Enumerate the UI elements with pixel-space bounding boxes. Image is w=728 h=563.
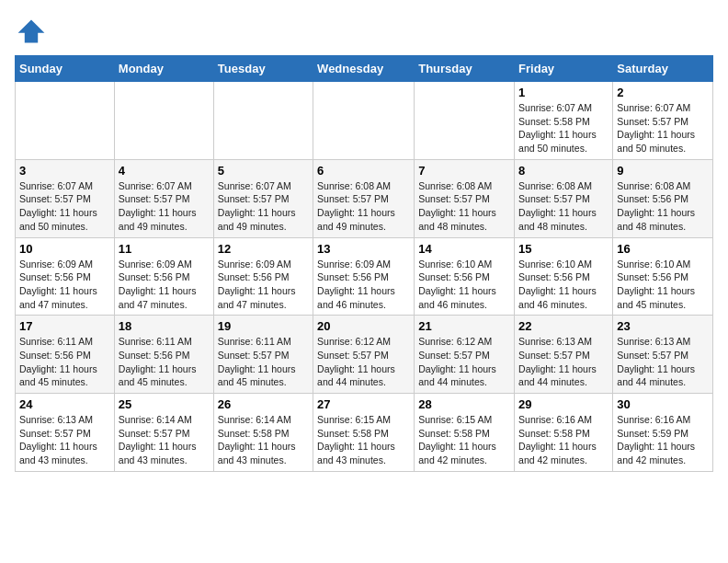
day-info: Sunrise: 6:15 AM Sunset: 5:58 PM Dayligh… — [317, 413, 410, 467]
day-info: Sunrise: 6:09 AM Sunset: 5:56 PM Dayligh… — [119, 258, 210, 312]
calendar-cell: 25Sunrise: 6:14 AM Sunset: 5:57 PM Dayli… — [114, 394, 213, 472]
day-info: Sunrise: 6:12 AM Sunset: 5:57 PM Dayligh… — [418, 335, 510, 389]
day-info: Sunrise: 6:11 AM Sunset: 5:56 PM Dayligh… — [119, 335, 210, 389]
day-number: 21 — [418, 319, 510, 333]
day-number: 8 — [518, 164, 609, 178]
calendar-cell: 16Sunrise: 6:10 AM Sunset: 5:56 PM Dayli… — [613, 237, 713, 316]
day-number: 6 — [317, 164, 410, 178]
day-number: 13 — [317, 242, 410, 256]
calendar-cell: 15Sunrise: 6:10 AM Sunset: 5:56 PM Dayli… — [515, 237, 613, 316]
weekday-header: Saturday — [613, 56, 713, 82]
calendar-table: SundayMondayTuesdayWednesdayThursdayFrid… — [15, 55, 713, 472]
day-info: Sunrise: 6:07 AM Sunset: 5:57 PM Dayligh… — [19, 179, 110, 234]
day-number: 16 — [617, 242, 709, 256]
calendar-cell: 11Sunrise: 6:09 AM Sunset: 5:56 PM Dayli… — [114, 237, 213, 316]
calendar-week-row: 1Sunrise: 6:07 AM Sunset: 5:58 PM Daylig… — [16, 82, 713, 160]
day-number: 29 — [518, 397, 609, 411]
calendar-cell — [114, 82, 213, 160]
day-info: Sunrise: 6:15 AM Sunset: 5:58 PM Dayligh… — [418, 413, 510, 467]
calendar-cell: 18Sunrise: 6:11 AM Sunset: 5:56 PM Dayli… — [114, 316, 213, 394]
weekday-header: Sunday — [16, 56, 115, 82]
day-info: Sunrise: 6:11 AM Sunset: 5:56 PM Dayligh… — [19, 335, 110, 389]
calendar-cell: 4Sunrise: 6:07 AM Sunset: 5:57 PM Daylig… — [114, 159, 213, 237]
calendar-cell: 5Sunrise: 6:07 AM Sunset: 5:57 PM Daylig… — [213, 159, 313, 237]
day-number: 17 — [19, 319, 110, 333]
logo — [15, 15, 51, 48]
day-info: Sunrise: 6:07 AM Sunset: 5:57 PM Dayligh… — [617, 101, 709, 155]
calendar-cell — [415, 82, 515, 160]
calendar-cell: 26Sunrise: 6:14 AM Sunset: 5:58 PM Dayli… — [213, 394, 313, 472]
day-info: Sunrise: 6:08 AM Sunset: 5:56 PM Dayligh… — [617, 179, 709, 234]
calendar-cell: 1Sunrise: 6:07 AM Sunset: 5:58 PM Daylig… — [515, 82, 613, 160]
calendar-cell: 22Sunrise: 6:13 AM Sunset: 5:57 PM Dayli… — [515, 316, 613, 394]
day-number: 12 — [218, 242, 309, 256]
day-info: Sunrise: 6:13 AM Sunset: 5:57 PM Dayligh… — [19, 413, 110, 467]
day-number: 11 — [119, 242, 210, 256]
calendar-cell — [213, 82, 313, 160]
day-info: Sunrise: 6:13 AM Sunset: 5:57 PM Dayligh… — [518, 335, 609, 389]
day-number: 22 — [518, 319, 609, 333]
day-info: Sunrise: 6:12 AM Sunset: 5:57 PM Dayligh… — [317, 335, 410, 389]
page-header — [15, 15, 713, 48]
day-number: 24 — [19, 397, 110, 411]
calendar-cell — [16, 82, 115, 160]
calendar-week-row: 17Sunrise: 6:11 AM Sunset: 5:56 PM Dayli… — [16, 316, 713, 394]
day-info: Sunrise: 6:08 AM Sunset: 5:57 PM Dayligh… — [518, 179, 609, 234]
day-number: 15 — [518, 242, 609, 256]
day-info: Sunrise: 6:14 AM Sunset: 5:57 PM Dayligh… — [119, 413, 210, 467]
weekday-header: Friday — [515, 56, 613, 82]
day-info: Sunrise: 6:10 AM Sunset: 5:56 PM Dayligh… — [518, 258, 609, 312]
day-info: Sunrise: 6:11 AM Sunset: 5:57 PM Dayligh… — [218, 335, 309, 389]
day-number: 25 — [119, 397, 210, 411]
calendar-cell: 24Sunrise: 6:13 AM Sunset: 5:57 PM Dayli… — [16, 394, 115, 472]
calendar-week-row: 3Sunrise: 6:07 AM Sunset: 5:57 PM Daylig… — [16, 159, 713, 237]
day-number: 28 — [418, 397, 510, 411]
calendar-header-row: SundayMondayTuesdayWednesdayThursdayFrid… — [16, 56, 713, 82]
day-number: 9 — [617, 164, 709, 178]
day-number: 26 — [218, 397, 309, 411]
calendar-cell: 17Sunrise: 6:11 AM Sunset: 5:56 PM Dayli… — [16, 316, 115, 394]
day-number: 4 — [119, 164, 210, 178]
day-info: Sunrise: 6:16 AM Sunset: 5:59 PM Dayligh… — [617, 413, 709, 467]
calendar-cell: 12Sunrise: 6:09 AM Sunset: 5:56 PM Dayli… — [213, 237, 313, 316]
day-info: Sunrise: 6:13 AM Sunset: 5:57 PM Dayligh… — [617, 335, 709, 389]
day-info: Sunrise: 6:07 AM Sunset: 5:58 PM Dayligh… — [518, 101, 609, 155]
weekday-header: Monday — [114, 56, 213, 82]
day-info: Sunrise: 6:16 AM Sunset: 5:58 PM Dayligh… — [518, 413, 609, 467]
day-info: Sunrise: 6:07 AM Sunset: 5:57 PM Dayligh… — [119, 179, 210, 234]
calendar-cell: 23Sunrise: 6:13 AM Sunset: 5:57 PM Dayli… — [613, 316, 713, 394]
calendar-cell: 27Sunrise: 6:15 AM Sunset: 5:58 PM Dayli… — [313, 394, 415, 472]
calendar-cell: 8Sunrise: 6:08 AM Sunset: 5:57 PM Daylig… — [515, 159, 613, 237]
weekday-header: Tuesday — [213, 56, 313, 82]
day-number: 7 — [418, 164, 510, 178]
calendar-cell: 19Sunrise: 6:11 AM Sunset: 5:57 PM Dayli… — [213, 316, 313, 394]
day-number: 23 — [617, 319, 709, 333]
day-number: 27 — [317, 397, 410, 411]
calendar-cell: 9Sunrise: 6:08 AM Sunset: 5:56 PM Daylig… — [613, 159, 713, 237]
day-number: 10 — [19, 242, 110, 256]
day-info: Sunrise: 6:09 AM Sunset: 5:56 PM Dayligh… — [19, 258, 110, 312]
day-info: Sunrise: 6:10 AM Sunset: 5:56 PM Dayligh… — [617, 258, 709, 312]
logo-icon — [15, 15, 48, 48]
day-info: Sunrise: 6:08 AM Sunset: 5:57 PM Dayligh… — [418, 179, 510, 234]
day-info: Sunrise: 6:08 AM Sunset: 5:57 PM Dayligh… — [317, 179, 410, 234]
calendar-cell: 14Sunrise: 6:10 AM Sunset: 5:56 PM Dayli… — [415, 237, 515, 316]
day-info: Sunrise: 6:07 AM Sunset: 5:57 PM Dayligh… — [218, 179, 309, 234]
calendar-cell: 28Sunrise: 6:15 AM Sunset: 5:58 PM Dayli… — [415, 394, 515, 472]
calendar-cell: 10Sunrise: 6:09 AM Sunset: 5:56 PM Dayli… — [16, 237, 115, 316]
calendar-cell: 20Sunrise: 6:12 AM Sunset: 5:57 PM Dayli… — [313, 316, 415, 394]
day-number: 1 — [518, 86, 609, 99]
day-number: 2 — [617, 86, 709, 99]
day-number: 20 — [317, 319, 410, 333]
calendar-week-row: 10Sunrise: 6:09 AM Sunset: 5:56 PM Dayli… — [16, 237, 713, 316]
weekday-header: Thursday — [415, 56, 515, 82]
day-number: 5 — [218, 164, 309, 178]
day-info: Sunrise: 6:10 AM Sunset: 5:56 PM Dayligh… — [418, 258, 510, 312]
calendar-cell: 2Sunrise: 6:07 AM Sunset: 5:57 PM Daylig… — [613, 82, 713, 160]
day-number: 19 — [218, 319, 309, 333]
calendar-cell: 21Sunrise: 6:12 AM Sunset: 5:57 PM Dayli… — [415, 316, 515, 394]
day-number: 3 — [19, 164, 110, 178]
day-number: 14 — [418, 242, 510, 256]
day-number: 30 — [617, 397, 709, 411]
weekday-header: Wednesday — [313, 56, 415, 82]
